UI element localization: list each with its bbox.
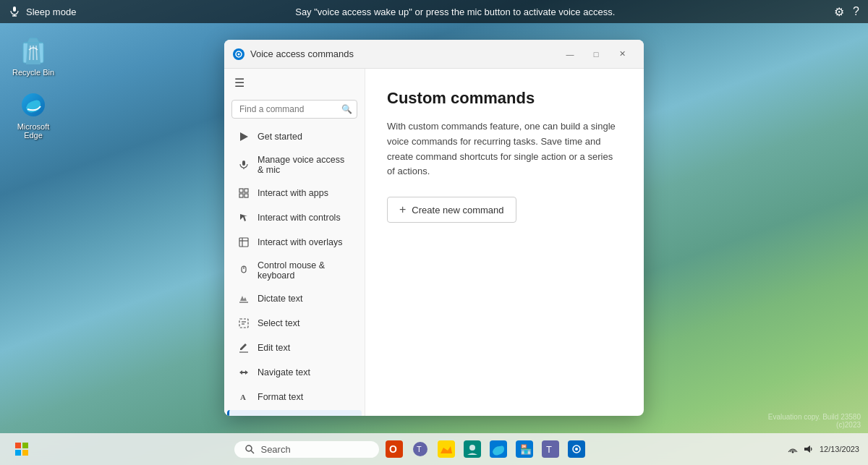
- interact-apps-icon: [237, 187, 250, 200]
- sidebar: ☰ 🔍 Get started: [224, 69, 365, 416]
- svg-rect-35: [22, 443, 28, 448]
- sidebar-item-edit-text[interactable]: Edit text: [227, 336, 362, 359]
- svg-marker-7: [240, 132, 248, 141]
- sidebar-item-select-text[interactable]: Select text: [227, 312, 362, 335]
- windows-start-button[interactable]: [9, 436, 35, 462]
- window-controls: — □ ✕: [557, 44, 635, 64]
- taskbar-app-teams[interactable]: T: [409, 438, 431, 460]
- svg-point-54: [575, 448, 578, 451]
- svg-rect-36: [15, 450, 21, 456]
- taskbar-app-edge[interactable]: [488, 438, 509, 460]
- svg-text:T: T: [546, 444, 552, 455]
- format-text-label: Format text: [258, 392, 303, 402]
- hamburger-menu[interactable]: ☰: [224, 69, 365, 97]
- help-icon[interactable]: ?: [853, 5, 859, 18]
- maximize-button[interactable]: □: [583, 44, 609, 64]
- main-content: Custom commands With custom commands fea…: [365, 69, 644, 416]
- sidebar-item-manage-voice[interactable]: Manage voice access & mic: [227, 150, 362, 180]
- top-bar: Sleep mode Say "voice access wake up" or…: [0, 0, 868, 23]
- control-mouse-label: Control mouse & keyboard: [258, 260, 352, 281]
- sleep-mode-label: Sleep mode: [26, 7, 76, 17]
- recycle-bin-label: Recycle Bin: [12, 68, 54, 77]
- navigate-text-icon: [237, 366, 250, 379]
- create-command-button[interactable]: + Create new command: [387, 197, 516, 223]
- taskbar-date: 12/13/2023: [820, 445, 859, 453]
- interact-overlays-icon: [237, 236, 250, 249]
- volume-icon: [804, 444, 814, 454]
- svg-rect-12: [239, 194, 243, 197]
- svg-point-55: [791, 451, 793, 453]
- svg-text:🏪: 🏪: [520, 443, 532, 456]
- settings-icon[interactable]: ⚙: [834, 5, 844, 19]
- taskbar-left: [9, 436, 35, 462]
- taskbar-app-files[interactable]: [435, 438, 457, 460]
- interact-controls-label: Interact with controls: [258, 213, 341, 223]
- taskbar-right: 12/13/2023: [788, 444, 859, 454]
- svg-point-6: [238, 53, 240, 55]
- sidebar-item-interact-apps[interactable]: Interact with apps: [227, 182, 362, 205]
- select-text-icon: [237, 317, 250, 330]
- search-icon: 🔍: [341, 104, 352, 114]
- create-command-label: Create new command: [412, 205, 503, 216]
- close-button[interactable]: ✕: [609, 44, 635, 64]
- taskbar-search[interactable]: Search: [234, 441, 379, 458]
- sidebar-item-interact-controls[interactable]: Interact with controls: [227, 206, 362, 229]
- content-title: Custom commands: [387, 89, 622, 108]
- mic-icon: [9, 6, 20, 17]
- custom-commands-icon: [237, 415, 250, 416]
- taskbar-app-store[interactable]: 🏪: [514, 438, 535, 460]
- edge-desktop-icon[interactable]: Microsoft Edge: [10, 90, 56, 140]
- svg-text:O: O: [389, 443, 397, 455]
- svg-marker-24: [239, 370, 248, 375]
- taskbar-app-va[interactable]: [566, 438, 587, 460]
- desktop: Sleep mode Say "voice access wake up" or…: [0, 0, 868, 465]
- svg-rect-8: [242, 161, 245, 166]
- taskbar-app-teams2[interactable]: T: [540, 438, 561, 460]
- content-description: With custom commands feature, one can bu…: [387, 119, 622, 179]
- taskbar-app-meet[interactable]: [461, 438, 483, 460]
- format-text-icon: A: [237, 391, 250, 404]
- interact-apps-label: Interact with apps: [258, 188, 328, 198]
- sidebar-item-interact-overlays[interactable]: Interact with overlays: [227, 231, 362, 254]
- manage-voice-label: Manage voice access & mic: [258, 155, 352, 175]
- svg-rect-44: [438, 440, 455, 458]
- voice-access-window: Voice access commands — □ ✕ ☰ 🔍: [224, 40, 644, 416]
- navigate-text-label: Navigate text: [258, 367, 310, 377]
- edge-image: [19, 90, 48, 119]
- voice-access-hint: Say "voice access wake up" or press the …: [295, 7, 615, 17]
- edge-label: Microsoft Edge: [10, 122, 56, 140]
- svg-text:T: T: [417, 445, 422, 453]
- sidebar-item-dictate-text[interactable]: Dictate text: [227, 287, 362, 310]
- sidebar-item-navigate-text[interactable]: Navigate text: [227, 361, 362, 384]
- sidebar-item-control-mouse[interactable]: Control mouse & keyboard: [227, 255, 362, 286]
- taskbar-center: Search O T: [234, 438, 587, 460]
- svg-marker-56: [804, 445, 810, 453]
- recycle-bin-icon[interactable]: Recycle Bin: [10, 36, 56, 77]
- window-title-text: Voice access commands: [250, 48, 354, 59]
- taskbar-app-office[interactable]: O: [383, 438, 405, 460]
- window-title-area: Voice access commands: [233, 48, 354, 60]
- window-body: ☰ 🔍 Get started: [224, 69, 644, 416]
- select-text-label: Select text: [258, 318, 299, 328]
- watermark: Evaluation copy. Build 23580 (c)2023: [768, 413, 861, 429]
- svg-line-39: [251, 451, 254, 453]
- interact-controls-icon: [237, 211, 250, 224]
- sidebar-item-format-text[interactable]: A Format text: [227, 385, 362, 409]
- svg-rect-11: [244, 189, 248, 192]
- watermark-line1: Evaluation copy. Build 23580: [768, 413, 861, 421]
- sidebar-item-custom-commands[interactable]: Custom commands: [227, 410, 362, 416]
- svg-rect-0: [13, 7, 16, 12]
- sidebar-item-get-started[interactable]: Get started: [227, 125, 362, 148]
- svg-rect-13: [244, 194, 248, 197]
- get-started-icon: [237, 130, 250, 143]
- svg-rect-20: [239, 319, 248, 328]
- recycle-bin-image: [19, 36, 48, 65]
- svg-point-46: [469, 445, 475, 451]
- svg-rect-14: [239, 238, 248, 247]
- interact-overlays-label: Interact with overlays: [258, 237, 342, 247]
- plus-icon: +: [399, 203, 406, 216]
- search-input[interactable]: [231, 100, 357, 119]
- svg-point-38: [246, 445, 252, 451]
- minimize-button[interactable]: —: [557, 44, 583, 64]
- top-bar-center: Say "voice access wake up" or press the …: [295, 7, 615, 17]
